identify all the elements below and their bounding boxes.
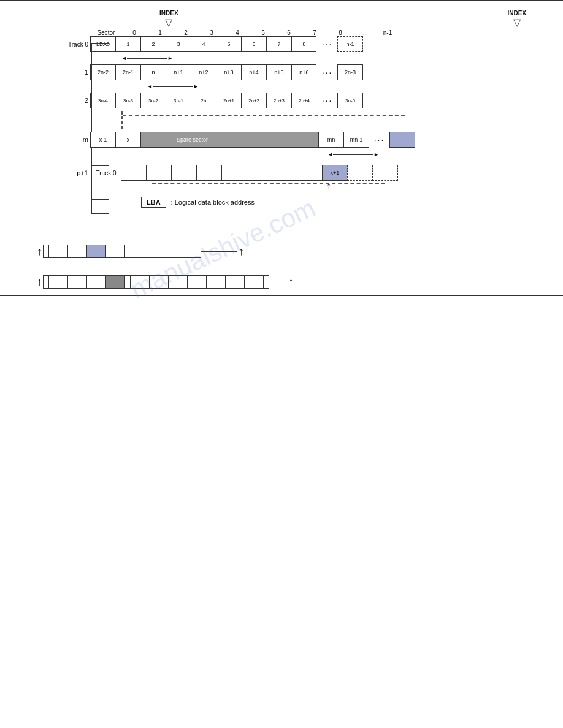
bottom-diagrams: ↑ ↑ ↑ [18,245,545,289]
cell-tm-spare2 [243,132,269,148]
cell-t1-dots: ··· [316,64,338,80]
cell-tm-x: x [115,132,141,148]
sector-num-3: 3 [199,29,224,36]
track2-cells: 3n-4 3n-3 3n-2 3n-1 2n 2n+1 2n+2 2n+3 2n… [91,93,363,108]
cell-p1-0 [121,165,147,181]
trackm-row: m x-1 x Spare sector mn mn-1 ··· [18,132,545,148]
cell-t2-5: 2n+1 [216,93,242,108]
cell-t0-1: 1 [115,36,141,52]
bt1-cell-1 [67,245,87,258]
sector-num-5: 5 [250,29,276,36]
cell-t1-2: n [140,64,166,80]
cell-p1-7 [297,165,323,181]
bt2-cell-8 [225,275,245,289]
arrow-row-m: ◄ ► [121,149,545,160]
sector-num-4: 4 [224,29,250,36]
cell-p1-1 [146,165,172,181]
bt1-cell-3 [124,245,144,258]
up-arrow-x1: ↑ [326,181,331,192]
sector-num-2: 2 [173,29,199,36]
bt2-cell-3 [130,275,150,289]
bt2-cell-4 [149,275,169,289]
cell-tm-spare4 [293,132,319,148]
cell-t0-4: 4 [191,36,216,52]
cell-p1-4 [221,165,247,181]
sector-num-7: 7 [302,29,327,36]
cell-t0-8: 8 [291,36,317,52]
arrow-row-1: ◄ ► [121,53,545,63]
bt2-arrow-right: ↑ [288,276,294,289]
cell-t1-5: n+3 [216,64,242,80]
sector-label: Sector [91,29,121,36]
track0-cells: LBA0 1 2 3 4 5 6 7 8 ··· n-1 [91,36,363,52]
bt2-arrow-left: ↑ [37,276,42,289]
cell-p1-x1: x+1 [322,165,348,181]
sector-num-0: 0 [121,29,147,36]
bt1-cell-2 [105,245,125,258]
track1-label: 1 [18,69,91,76]
cell-t0-7: 7 [266,36,292,52]
bt1-cell-0 [48,245,68,258]
main-content: manualshive.com INDEX ▽ INDEX ▽ Sector 0… [0,1,563,295]
bt2-line [269,282,287,282]
cell-t2-2: 3n-2 [140,93,166,108]
cell-tm-dots: ··· [369,132,390,148]
p1-dashed-bottom [152,183,545,184]
bt1-cell-5 [163,245,182,258]
cell-p1-3 [196,165,222,181]
cell-t1-8: n+6 [291,64,317,80]
bt1-cell-blue [86,245,106,258]
bt1-cell-4 [144,245,163,258]
cell-t0-dots: ··· [316,36,338,52]
bottom-track2: ↑ ↑ [37,275,545,289]
cell-tm-spare1: Spare sector [140,132,243,148]
cell-t2-n1: 3n-5 [337,93,363,108]
cell-t2-6: 2n+2 [241,93,267,108]
bt1-cell-6 [182,245,201,258]
bt2-cell-spare [105,275,125,289]
p1-cells: x+1 ↑ [121,165,398,181]
cell-t2-1: 3n-3 [115,93,141,108]
bt2-cell-1 [67,275,87,289]
bt2-cell-9 [244,275,264,289]
bt2-cell-2 [86,275,106,289]
cell-t2-3: 3n-1 [166,93,191,108]
index-left-label: INDEX ▽ [159,10,178,28]
trackm-label: m [18,136,91,143]
cell-t2-8: 2n+4 [291,93,317,108]
bt1-arrow-right: ↑ [239,245,244,258]
bt2-cell-7 [206,275,226,289]
sector-num-1: 1 [147,29,173,36]
bottom-track1: ↑ ↑ [37,245,545,258]
sector-num-dots: ... [353,29,375,36]
cell-t1-6: n+4 [241,64,267,80]
bt2-cell-5 [168,275,188,289]
p1-label: p+1 [18,169,91,176]
cell-t0-3: 3 [166,36,191,52]
cell-p1-6 [272,165,297,181]
bt2-cell-6 [187,275,207,289]
header-row: Sector 0 1 2 3 4 5 6 7 8 ... n-1 [91,29,545,36]
cell-t0-5: 5 [216,36,242,52]
trackm-cells: x-1 x Spare sector mn mn-1 ··· [91,132,415,148]
cell-t1-3: n+1 [166,64,191,80]
sector-track-diagram: Sector 0 1 2 3 4 5 6 7 8 ... n-1 Track 0… [18,29,545,208]
cell-t1-7: n+5 [266,64,292,80]
cell-tm-mn: mn [318,132,344,148]
cell-t2-dots: ··· [316,93,338,108]
legend-text: : Logical data block address [171,199,255,206]
cell-tm-blue [389,132,415,148]
arrow-row-2: ◄ ► [121,82,545,91]
cell-p1-5 [247,165,272,181]
cell-p1-2 [171,165,197,181]
bt2-cell-0 [48,275,68,289]
cell-t1-4: n+2 [191,64,216,80]
bt1-line [201,251,237,252]
cell-t0-2: 2 [140,36,166,52]
track0-label: Track 0 [18,41,91,48]
cell-tm-spare3 [268,132,294,148]
cell-p1-d1 [347,165,373,181]
track1-cells: 2n-2 2n-1 n n+1 n+2 n+3 n+4 n+5 n+6 ··· … [91,64,363,80]
cell-t2-4: 2n [191,93,216,108]
sector-num-6: 6 [276,29,302,36]
